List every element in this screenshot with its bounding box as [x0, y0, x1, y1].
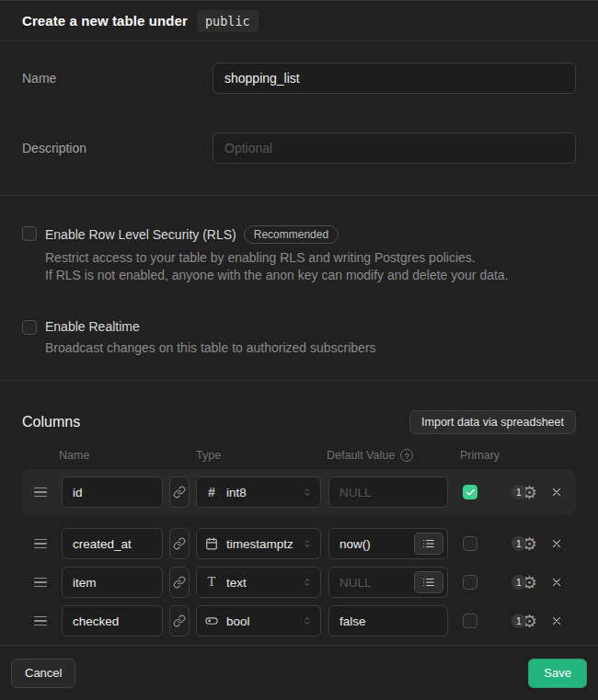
- realtime-description: Broadcast changes on this table to autho…: [45, 339, 376, 357]
- text-type-icon: T: [205, 575, 218, 590]
- name-field-row: Name: [22, 63, 576, 94]
- default-value-field: [328, 605, 448, 637]
- name-label: Name: [22, 63, 213, 86]
- settings-count-badge: 1: [512, 575, 526, 590]
- default-value-field: [328, 476, 448, 508]
- default-value-input[interactable]: [329, 606, 447, 636]
- toggle-icon: [205, 614, 218, 627]
- drag-handle-icon[interactable]: [34, 578, 47, 588]
- recommended-badge: Recommended: [244, 225, 339, 244]
- default-value-input[interactable]: [329, 477, 447, 507]
- column-type-select[interactable]: bool: [196, 605, 321, 637]
- dialog-title: Create a new table under: [22, 13, 188, 29]
- settings-count-badge: 1: [512, 536, 526, 551]
- column-settings-button[interactable]: 1 ⚙: [512, 484, 537, 501]
- column-name-input[interactable]: [62, 528, 163, 559]
- rls-description: Restrict access to your table by enablin…: [45, 249, 509, 284]
- hash-icon: #: [205, 485, 218, 499]
- close-icon: [550, 614, 563, 627]
- rls-checkbox[interactable]: [22, 226, 37, 241]
- columns-title: Columns: [22, 414, 80, 430]
- close-icon: [550, 576, 563, 589]
- create-table-dialog: Create a new table under public Name Des…: [0, 0, 598, 700]
- foreign-key-link-icon[interactable]: [169, 528, 190, 559]
- list-icon: [422, 537, 435, 550]
- drag-handle-icon[interactable]: [34, 488, 47, 498]
- header-default-value: Default Value: [327, 449, 395, 462]
- calendar-icon: [205, 537, 218, 550]
- primary-key-checkbox[interactable]: [463, 485, 477, 499]
- dialog-header: Create a new table under public: [0, 1, 598, 41]
- column-type-select[interactable]: T text: [196, 567, 321, 598]
- table-description-input[interactable]: [213, 132, 576, 164]
- drag-handle-icon[interactable]: [34, 539, 47, 549]
- column-name-input[interactable]: [62, 567, 163, 598]
- header-name: Name: [59, 449, 196, 462]
- primary-key-checkbox[interactable]: [463, 536, 477, 551]
- check-icon: [466, 488, 476, 498]
- rls-label: Enable Row Level Security (RLS): [45, 227, 236, 242]
- column-row-id: # int8 1 ⚙: [22, 469, 576, 515]
- rls-block: Enable Row Level Security (RLS) Recommen…: [22, 225, 576, 284]
- options-section: Enable Row Level Security (RLS) Recommen…: [0, 196, 598, 381]
- chevron-up-down-icon: [303, 614, 312, 627]
- delete-column-button[interactable]: [549, 485, 564, 499]
- delete-column-button[interactable]: [549, 614, 564, 628]
- foreign-key-link-icon[interactable]: [169, 476, 190, 508]
- chevron-up-down-icon: [303, 486, 312, 499]
- drag-handle-icon[interactable]: [34, 616, 47, 626]
- save-button[interactable]: Save: [528, 659, 587, 688]
- primary-key-checkbox[interactable]: [463, 614, 477, 628]
- list-icon: [422, 576, 435, 589]
- default-value-options-button[interactable]: [414, 571, 443, 593]
- chevron-up-down-icon: [303, 576, 312, 589]
- description-field-row: Description: [22, 132, 576, 164]
- table-info-section: Name Description: [0, 41, 598, 196]
- column-row-checked: bool 1 ⚙: [22, 605, 576, 637]
- column-settings-button[interactable]: 1 ⚙: [512, 535, 537, 553]
- header-primary: Primary: [460, 449, 500, 462]
- settings-count-badge: 1: [512, 614, 526, 628]
- default-value-field: [328, 567, 448, 598]
- import-spreadsheet-button[interactable]: Import data via spreadsheet: [409, 410, 576, 434]
- column-settings-button[interactable]: 1 ⚙: [512, 613, 537, 630]
- column-row-created-at: timestamptz 1 ⚙: [22, 528, 576, 559]
- foreign-key-link-icon[interactable]: [169, 567, 190, 598]
- column-row-item: T text 1 ⚙: [22, 567, 576, 598]
- close-icon: [550, 537, 563, 550]
- schema-badge: public: [197, 10, 259, 32]
- table-name-input[interactable]: [213, 63, 576, 94]
- column-type-select[interactable]: timestamptz: [196, 528, 321, 559]
- close-icon: [550, 486, 563, 499]
- column-type-select[interactable]: # int8: [196, 476, 321, 508]
- help-icon[interactable]: ?: [400, 449, 413, 462]
- cancel-button[interactable]: Cancel: [11, 659, 75, 688]
- delete-column-button[interactable]: [549, 536, 564, 551]
- columns-section: Columns Import data via spreadsheet Name…: [0, 381, 598, 645]
- chevron-up-down-icon: [303, 537, 312, 550]
- dialog-footer: Cancel Save: [0, 645, 598, 700]
- column-name-input[interactable]: [62, 605, 163, 637]
- description-label: Description: [22, 132, 213, 155]
- delete-column-button[interactable]: [549, 575, 564, 590]
- default-value-field: [328, 528, 448, 559]
- settings-count-badge: 1: [512, 485, 526, 499]
- columns-table-header: Name Type Default Value ? Primary: [22, 449, 576, 462]
- foreign-key-link-icon[interactable]: [169, 605, 190, 637]
- realtime-checkbox[interactable]: [22, 320, 37, 335]
- realtime-block: Enable Realtime Broadcast changes on thi…: [22, 319, 576, 357]
- default-value-options-button[interactable]: [414, 533, 443, 555]
- realtime-label: Enable Realtime: [45, 319, 140, 334]
- header-type: Type: [196, 449, 327, 462]
- column-settings-button[interactable]: 1 ⚙: [512, 574, 537, 591]
- column-name-input[interactable]: [62, 476, 163, 508]
- primary-key-checkbox[interactable]: [463, 575, 477, 590]
